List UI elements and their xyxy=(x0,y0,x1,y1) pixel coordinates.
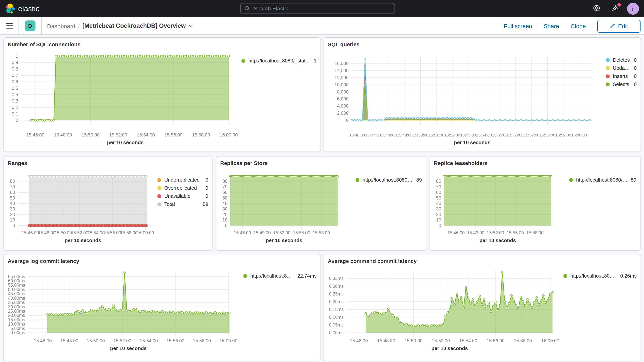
y-axis-labels: 0.00ms0.05ms0.10ms0.15ms0.20ms0.25ms0.30… xyxy=(329,276,344,335)
panel-title: Replica leaseholders xyxy=(430,156,640,166)
legend-item[interactable]: http://localhost:8080...0.26ms xyxy=(564,272,637,280)
legend-value: 0 xyxy=(631,65,637,71)
panel-title: SQL queries xyxy=(324,38,640,48)
svg-text:15:58:00: 15:58:00 xyxy=(193,338,211,343)
chart-canvas-avg-command-commit-latency[interactable]: 0.00ms0.05ms0.10ms0.15ms0.20ms0.25ms0.30… xyxy=(327,267,560,355)
y-axis-labels: 00.10.20.30.40.50.60.70.80.91 xyxy=(12,54,18,123)
chart-canvas-replicas-per-store[interactable]: 0102030405060708015:46:0015:49:0015:52:0… xyxy=(220,168,352,247)
svg-text:15:58:00: 15:58:00 xyxy=(312,230,330,235)
svg-text:15:54:00: 15:54:00 xyxy=(137,132,155,138)
svg-text:30: 30 xyxy=(222,206,228,212)
svg-text:15:47:00: 15:47:00 xyxy=(365,133,381,137)
svg-text:60: 60 xyxy=(10,190,15,195)
menu-button[interactable] xyxy=(6,23,13,28)
legend-item[interactable]: Underreplicated0 xyxy=(157,176,208,184)
breadcrumb-dashboard[interactable]: Dashboard xyxy=(47,22,76,29)
panel-title: Average command commit latency xyxy=(324,254,640,264)
series-lines xyxy=(230,176,338,177)
svg-text:15:54:00: 15:54:00 xyxy=(476,133,492,137)
svg-text:15:49:00: 15:49:00 xyxy=(254,230,271,235)
full-screen-button[interactable]: Full screen xyxy=(504,23,532,29)
page-title[interactable]: [Metricbeat CockroachDB] Overview xyxy=(82,22,193,29)
news-button[interactable] xyxy=(608,2,622,15)
legend-item[interactable]: Total89 xyxy=(157,200,208,208)
chart-canvas-ranges[interactable]: 0102030405060708015:46:0015:48:0015:50:0… xyxy=(7,168,154,247)
panel-avg-command-commit-latency[interactable]: Average command commit latency0.00ms0.05… xyxy=(324,254,641,361)
panel-title: Number of SQL connections xyxy=(4,38,320,48)
svg-text:15:55:00: 15:55:00 xyxy=(293,230,310,235)
svg-text:0.35ms: 0.35ms xyxy=(329,276,344,281)
life-buoy-icon xyxy=(593,4,600,13)
share-button[interactable]: Share xyxy=(544,23,559,29)
notification-dot xyxy=(618,3,621,6)
series-markers-replicas xyxy=(230,176,338,177)
chart-canvas-replica-leaseholders[interactable]: 0102030405060708015:46:0015:49:0015:52:0… xyxy=(433,168,566,247)
chart-canvas-sql-connections[interactable]: 00.10.20.30.40.50.60.70.80.9115:46:0015:… xyxy=(7,51,238,148)
chart-canvas-sql-queries[interactable]: 02,0004,0006,0008,00010,00012,00014,0001… xyxy=(327,51,603,148)
panel-title: Replicas per Store xyxy=(216,156,426,166)
svg-text:2,000: 2,000 xyxy=(337,110,348,116)
axis-unit-label: per 10 seconds xyxy=(64,238,101,243)
panel-avg-log-commit-latency[interactable]: Average log commit latency0.00ms5.00ms10… xyxy=(4,254,321,361)
svg-text:30: 30 xyxy=(10,206,15,212)
search-input[interactable] xyxy=(253,5,382,12)
y-axis-labels: 01020304050607080 xyxy=(10,178,15,228)
svg-text:0: 0 xyxy=(346,118,348,123)
global-search[interactable] xyxy=(240,3,395,14)
svg-text:15:50:00: 15:50:00 xyxy=(82,132,100,138)
legend-item[interactable]: http://localhost:808...22.74ms xyxy=(243,272,316,280)
x-axis-labels: 15:46:0015:48:0015:50:0015:52:0015:54:00… xyxy=(350,338,559,343)
edit-button[interactable]: Edit xyxy=(597,20,640,32)
axis-unit-label: per 10 seconds xyxy=(110,346,146,351)
svg-text:16,000: 16,000 xyxy=(334,61,348,66)
legend-item[interactable]: http://localhost:8080/_sta...89 xyxy=(356,176,422,184)
svg-text:15:52:00: 15:52:00 xyxy=(487,230,504,235)
x-axis-labels: 15:46:0015:49:0015:52:0015:55:0015:58:00 xyxy=(447,230,544,235)
svg-text:15:46:00: 15:46:00 xyxy=(350,338,368,343)
svg-text:16:00:00: 16:00:00 xyxy=(571,133,587,137)
svg-text:50: 50 xyxy=(222,195,228,200)
svg-text:20.00ms: 20.00ms xyxy=(8,313,25,318)
chart-canvas-avg-log-commit-latency[interactable]: 0.00ms5.00ms10.00ms15.00ms20.00ms25.00ms… xyxy=(7,267,240,355)
svg-text:20: 20 xyxy=(436,212,441,217)
axis-unit-label: per 10 seconds xyxy=(479,238,516,243)
panel-replicas-per-store[interactable]: Replicas per Store0102030405060708015:46… xyxy=(216,156,426,250)
chevron-down-icon xyxy=(189,24,193,27)
panel-ranges[interactable]: Ranges0102030405060708015:46:0015:48:001… xyxy=(4,156,212,250)
legend-item[interactable]: Inserts0 xyxy=(606,72,637,80)
svg-text:15:49:00: 15:49:00 xyxy=(397,133,412,137)
svg-text:80: 80 xyxy=(10,178,15,184)
legend-dot xyxy=(356,178,360,182)
space-avatar[interactable]: D xyxy=(25,20,36,31)
svg-text:30: 30 xyxy=(436,206,441,212)
svg-text:15:52:00: 15:52:00 xyxy=(71,230,88,235)
svg-text:15:54:00: 15:54:00 xyxy=(140,338,158,343)
legend-label: Unavailable xyxy=(164,193,190,199)
svg-text:5.00ms: 5.00ms xyxy=(10,326,25,331)
panel-replica-leaseholders[interactable]: Replica leaseholders0102030405060708015:… xyxy=(430,156,640,250)
svg-text:50: 50 xyxy=(436,195,441,200)
legend-item[interactable]: Updates0 xyxy=(606,64,637,72)
svg-text:16:00:00: 16:00:00 xyxy=(541,338,559,343)
svg-text:15:50:00: 15:50:00 xyxy=(87,338,105,343)
legend-item[interactable]: Selects0 xyxy=(606,80,637,88)
svg-text:55.00ms: 55.00ms xyxy=(8,282,25,288)
svg-text:80: 80 xyxy=(436,178,441,184)
legend-item[interactable]: Overreplicated0 xyxy=(157,184,208,192)
elastic-logo[interactable]: elastic xyxy=(5,3,40,14)
help-button[interactable] xyxy=(590,2,603,15)
svg-text:15:54:00: 15:54:00 xyxy=(87,230,105,235)
legend-item[interactable]: Deletes0 xyxy=(606,56,637,64)
series-markers-leaseholders xyxy=(443,176,552,177)
legend-item[interactable]: http://localhost:8080/_sta...89 xyxy=(569,176,636,184)
svg-text:0.2: 0.2 xyxy=(12,105,18,110)
legend-item[interactable]: http://localhost:8080/_stat...1 xyxy=(242,57,316,65)
legend-value: 0 xyxy=(202,193,208,199)
panel-sql-queries[interactable]: SQL queries02,0004,0006,0008,00010,00012… xyxy=(324,38,641,152)
clone-button[interactable]: Clone xyxy=(571,23,586,29)
svg-text:15:56:00: 15:56:00 xyxy=(164,132,182,138)
panel-sql-connections[interactable]: Number of SQL connections00.10.20.30.40.… xyxy=(4,38,321,152)
svg-text:15:50:00: 15:50:00 xyxy=(412,133,428,137)
user-avatar[interactable]: r xyxy=(627,3,639,15)
legend-item[interactable]: Unavailable0 xyxy=(157,192,208,200)
